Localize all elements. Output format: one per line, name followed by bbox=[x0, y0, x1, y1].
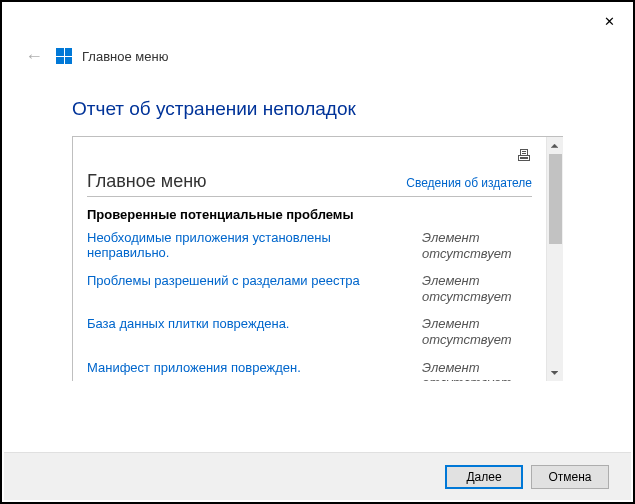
problem-row: Необходимые приложения установлены непра… bbox=[87, 230, 532, 261]
back-button[interactable]: ← bbox=[22, 44, 46, 68]
scrollbar[interactable]: ⏶ ⏷ bbox=[546, 137, 563, 381]
publisher-info-link[interactable]: Сведения об издателе bbox=[406, 176, 532, 190]
report-content: 🖶 Главное меню Сведения об издателе Пров… bbox=[73, 137, 546, 381]
problem-link[interactable]: Необходимые приложения установлены непра… bbox=[87, 230, 402, 260]
scroll-up-icon[interactable]: ⏶ bbox=[547, 137, 564, 154]
report-heading: Главное меню bbox=[87, 171, 207, 192]
cancel-button[interactable]: Отмена bbox=[531, 465, 609, 489]
header: ← Главное меню bbox=[2, 40, 633, 68]
back-arrow-icon: ← bbox=[25, 46, 43, 67]
problem-row: Манифест приложения поврежден. Элемент о… bbox=[87, 360, 532, 381]
report-panel: 🖶 Главное меню Сведения об издателе Пров… bbox=[72, 136, 563, 381]
problem-status: Элемент отсутствует bbox=[422, 273, 532, 304]
scroll-track[interactable] bbox=[547, 154, 563, 364]
problem-row: Проблемы разрешений с разделами реестра … bbox=[87, 273, 532, 304]
page-title: Отчет об устранении неполадок bbox=[2, 68, 633, 136]
close-button[interactable]: ✕ bbox=[591, 7, 627, 35]
problem-link[interactable]: Манифест приложения поврежден. bbox=[87, 360, 402, 375]
next-button[interactable]: Далее bbox=[445, 465, 523, 489]
section-title: Проверенные потенциальные проблемы bbox=[87, 207, 532, 222]
problem-status: Элемент отсутствует bbox=[422, 360, 532, 381]
titlebar: ✕ bbox=[2, 2, 633, 40]
close-icon: ✕ bbox=[604, 14, 615, 29]
windows-logo-icon bbox=[56, 48, 72, 64]
problem-status: Элемент отсутствует bbox=[422, 316, 532, 347]
footer: Далее Отмена bbox=[4, 452, 631, 500]
scroll-thumb[interactable] bbox=[549, 154, 562, 244]
problem-link[interactable]: Проблемы разрешений с разделами реестра bbox=[87, 273, 402, 288]
print-icon[interactable]: 🖶 bbox=[516, 147, 532, 165]
scroll-down-icon[interactable]: ⏷ bbox=[547, 364, 564, 381]
problem-row: База данных плитки повреждена. Элемент о… bbox=[87, 316, 532, 347]
problem-link[interactable]: База данных плитки повреждена. bbox=[87, 316, 402, 331]
header-title: Главное меню bbox=[82, 49, 168, 64]
problem-status: Элемент отсутствует bbox=[422, 230, 532, 261]
